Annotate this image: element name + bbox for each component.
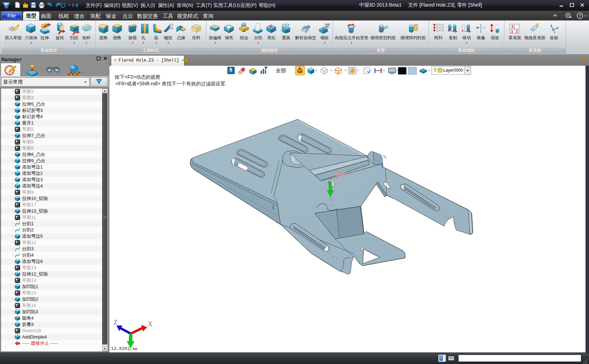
svg-text:1: 1	[511, 29, 513, 33]
svg-text:2: 2	[516, 29, 518, 33]
svg-text:3: 3	[511, 24, 513, 29]
svg-text:?: ?	[579, 14, 581, 18]
svg-text:Z: Z	[114, 319, 118, 326]
svg-text:X: X	[148, 321, 152, 328]
